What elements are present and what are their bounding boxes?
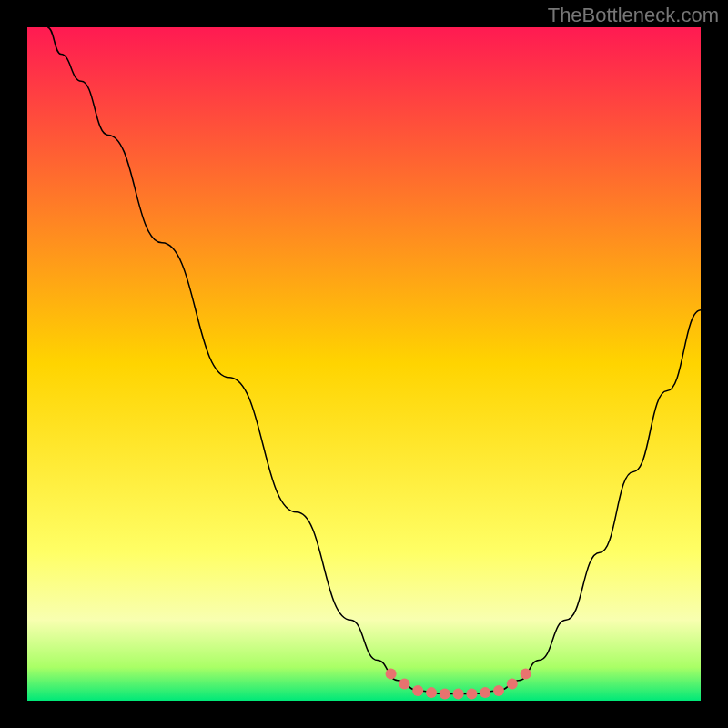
highlight-marker: [453, 689, 464, 700]
highlight-marker: [426, 687, 437, 698]
highlight-marker: [493, 685, 504, 696]
highlight-marker: [466, 689, 477, 700]
bottleneck-chart: [27, 27, 701, 701]
highlight-marker: [412, 685, 423, 696]
highlight-marker: [399, 679, 410, 690]
highlight-marker: [507, 679, 518, 690]
chart-background: [27, 27, 701, 701]
watermark-text: TheBottleneck.com: [548, 4, 719, 27]
highlight-marker: [440, 689, 450, 700]
highlight-marker: [480, 687, 490, 698]
highlight-marker: [386, 668, 397, 679]
highlight-marker: [521, 668, 531, 679]
